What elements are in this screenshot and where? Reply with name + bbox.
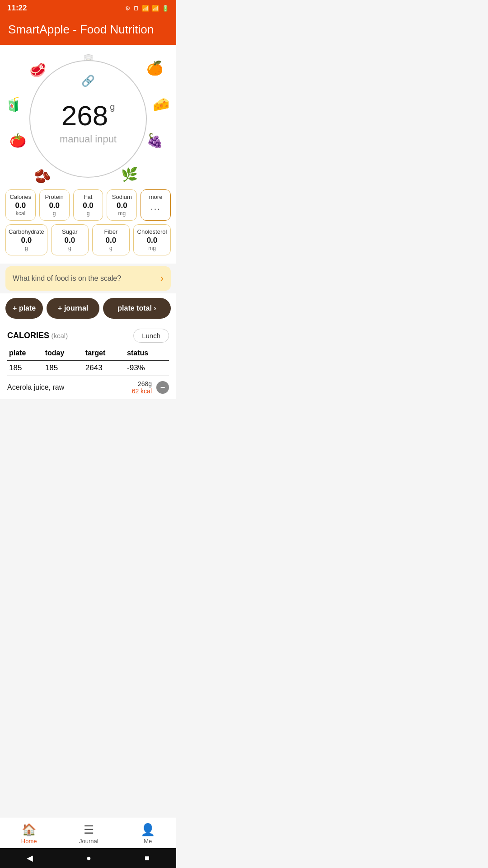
food-item-row: Acerola juice, raw 268g 62 kcal − xyxy=(7,375,169,399)
app-bar: SmartApple - Food Nutrition xyxy=(0,16,176,45)
input-mode-label: manual input xyxy=(60,133,117,145)
nutrition-row-1: Calories 0.0 kcal Protein 0.0 g Fat 0.0 … xyxy=(5,189,171,221)
calories-unit: (kcal) xyxy=(51,332,68,340)
meal-badge[interactable]: Lunch xyxy=(133,329,169,343)
food-item-grams: 268g xyxy=(132,380,152,387)
nutrition-calories[interactable]: Calories 0.0 kcal xyxy=(5,189,36,221)
food-item-kcal: 62 kcal xyxy=(132,387,152,395)
col-today: today xyxy=(43,346,84,360)
nutrition-fiber[interactable]: Fiber 0.0 g xyxy=(92,224,130,255)
journal-button[interactable]: + journal xyxy=(47,298,99,319)
status-bar: 11:22 ⚙ 🗒 📶 📶 🔋 xyxy=(0,0,176,16)
food-scale-banner[interactable]: What kind of food is on the scale? › xyxy=(5,266,171,291)
wifi-icon: 📶 xyxy=(142,5,149,12)
calories-table: plate today target status 185 185 2643 -… xyxy=(7,346,169,375)
grapes-icon: 🍇 xyxy=(146,132,163,148)
app-title: SmartApple - Food Nutrition xyxy=(8,23,154,36)
col-plate: plate xyxy=(7,346,43,360)
nutrition-protein[interactable]: Protein 0.0 g xyxy=(39,189,70,221)
beans-icon: 🫘 xyxy=(34,168,51,184)
weight-value: 268 xyxy=(61,102,108,130)
nutrition-cholesterol[interactable]: Cholesterol 0.0 mg xyxy=(133,224,171,255)
settings-icon: ⚙ xyxy=(125,5,131,12)
food-scale-arrow-icon: › xyxy=(160,273,164,284)
nutrition-section: Calories 0.0 kcal Protein 0.0 g Fat 0.0 … xyxy=(0,189,176,264)
calories-title: CALORIES xyxy=(7,331,49,340)
plate-value: 185 xyxy=(7,360,43,375)
today-value: 185 xyxy=(43,360,84,375)
nutrition-carbohydrate[interactable]: Carbohydrate 0.0 g xyxy=(5,224,47,255)
food-item-name: Acerola juice, raw xyxy=(7,383,64,392)
cheese-icon: 🧀 xyxy=(153,96,169,112)
food-item-details: 268g 62 kcal − xyxy=(132,380,169,395)
remove-food-button[interactable]: − xyxy=(156,381,169,394)
link-break-icon: 🔗 xyxy=(81,75,95,87)
status-time: 11:22 xyxy=(7,4,27,13)
weight-unit: g xyxy=(110,102,115,112)
herbs-icon: 🌿 xyxy=(121,166,138,182)
nutrition-fat[interactable]: Fat 0.0 g xyxy=(73,189,103,221)
food-ring[interactable]: 🔗 268 g manual input xyxy=(29,60,147,178)
target-value: 2643 xyxy=(84,360,125,375)
col-status: status xyxy=(125,346,169,360)
nutrition-sugar[interactable]: Sugar 0.0 g xyxy=(51,224,89,255)
calories-values-row: 185 185 2643 -93% xyxy=(7,360,169,375)
calories-header: CALORIES (kcal) Lunch xyxy=(7,329,169,343)
food-circle-section: 🥛 🍊 🧀 🍇 🌿 🫘 🍅 🧃 🥩 🔗 268 g manual input xyxy=(0,45,176,189)
battery-icon: 🔋 xyxy=(162,5,169,12)
action-buttons: + plate + journal plate total › xyxy=(0,293,176,323)
col-target: target xyxy=(84,346,125,360)
status-icons: ⚙ 🗒 📶 📶 🔋 xyxy=(125,5,169,12)
nutrition-row-2: Carbohydrate 0.0 g Sugar 0.0 g Fiber 0.0… xyxy=(5,224,171,255)
calories-section: CALORIES (kcal) Lunch plate today target… xyxy=(0,323,176,399)
tomato-icon: 🍅 xyxy=(9,132,26,148)
nutrition-sodium[interactable]: Sodium 0.0 mg xyxy=(107,189,137,221)
calories-label: CALORIES (kcal) xyxy=(7,331,68,340)
food-scale-text: What kind of food is on the scale? xyxy=(13,274,121,283)
orange-icon: 🍊 xyxy=(146,60,163,76)
clipboard-icon: 🗒 xyxy=(133,5,139,12)
juice-icon: 🧃 xyxy=(5,96,22,112)
nutrition-more[interactable]: more ... xyxy=(141,189,171,221)
plate-total-button[interactable]: plate total › xyxy=(103,298,171,319)
signal-icon: 📶 xyxy=(152,5,159,12)
plate-button[interactable]: + plate xyxy=(5,298,43,319)
meat-icon: 🥩 xyxy=(29,62,46,78)
status-value: -93% xyxy=(125,360,169,375)
